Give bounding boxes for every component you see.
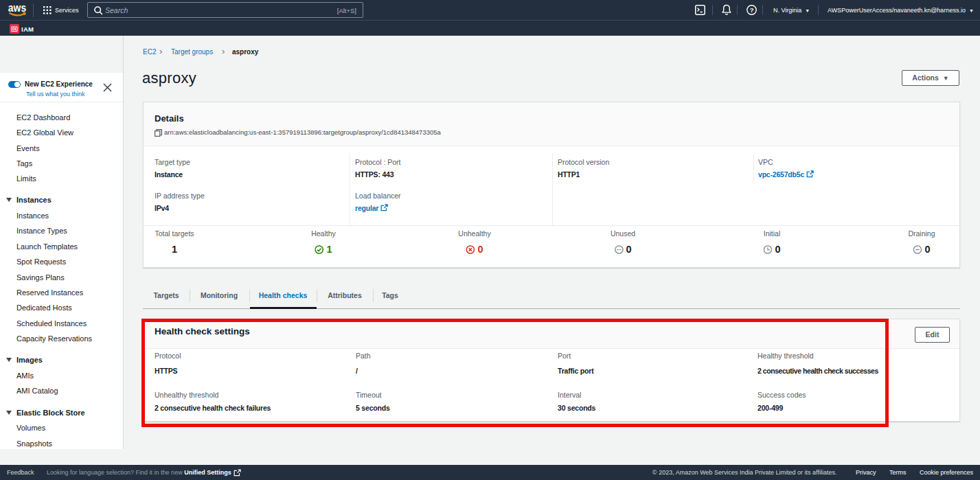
svg-text:?: ?: [750, 6, 754, 14]
svg-text:aws: aws: [8, 2, 26, 14]
